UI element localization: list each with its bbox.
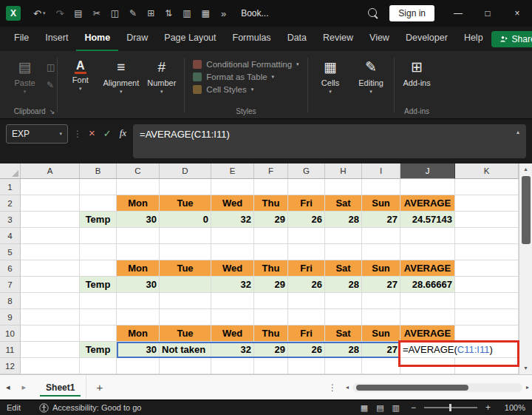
cell-B1[interactable] <box>80 179 117 195</box>
cell-I10[interactable]: Sun <box>362 325 400 342</box>
cell-A1[interactable] <box>21 179 80 195</box>
cell-B10[interactable] <box>80 325 117 342</box>
zoom-level[interactable]: 100% <box>499 403 525 412</box>
copy-button[interactable]: ◫ <box>47 62 55 72</box>
cell-F11[interactable]: 29 <box>254 342 288 358</box>
cell-A7[interactable] <box>21 277 80 293</box>
cell-F1[interactable] <box>254 179 288 195</box>
sheet-nav-right-icon[interactable]: ▸ <box>16 382 33 392</box>
cell-D1[interactable] <box>160 179 211 195</box>
cell-J7[interactable]: 28.66667 <box>400 277 455 293</box>
cell-H9[interactable] <box>325 309 362 325</box>
cell-C4[interactable] <box>117 228 160 244</box>
cell-A2[interactable] <box>21 195 80 212</box>
row-header-7[interactable]: 7 <box>0 277 21 293</box>
cell-I8[interactable] <box>362 293 400 309</box>
cell-K5[interactable] <box>455 244 519 260</box>
cell-C10[interactable]: Mon <box>117 325 160 342</box>
cell-D9[interactable] <box>160 309 211 325</box>
sheet-nav-left-icon[interactable]: ◂ <box>0 382 16 392</box>
cell-D2[interactable]: Tue <box>160 195 211 212</box>
zoom-out-button[interactable]: − <box>409 402 417 413</box>
column-header-E[interactable]: E <box>211 163 254 179</box>
horizontal-scrollbar[interactable]: ◂ ▸ <box>344 383 531 392</box>
cell-A9[interactable] <box>21 309 80 325</box>
cell-I2[interactable]: Sun <box>362 195 400 212</box>
cell-K1[interactable] <box>455 179 519 195</box>
cell-G11[interactable]: 26 <box>288 342 325 358</box>
excel-logo[interactable]: X <box>6 6 21 21</box>
cell-H11[interactable]: 28 <box>325 342 362 358</box>
horizontal-scroll-thumb[interactable] <box>356 385 468 391</box>
cell-A4[interactable] <box>21 228 80 244</box>
cell-H6[interactable]: Sat <box>325 260 362 277</box>
cell-E5[interactable] <box>211 244 254 260</box>
tab-developer[interactable]: Developer <box>398 27 456 51</box>
cell-K8[interactable] <box>455 293 519 309</box>
cell-F10[interactable]: Thu <box>254 325 288 342</box>
cell-E7[interactable]: 32 <box>211 277 254 293</box>
cell-J10[interactable]: AVERAGE <box>400 325 455 342</box>
cell-E10[interactable]: Wed <box>211 325 254 342</box>
cells-button[interactable]: ▦ Cells ▾ <box>310 53 351 118</box>
cut-icon[interactable]: ✂ <box>88 8 106 18</box>
tab-view[interactable]: View <box>361 27 398 51</box>
cell-G7[interactable]: 26 <box>288 277 325 293</box>
cell-F7[interactable]: 29 <box>254 277 288 293</box>
cell-E8[interactable] <box>211 293 254 309</box>
cell-G3[interactable]: 26 <box>288 212 325 228</box>
column-header-G[interactable]: G <box>288 163 325 179</box>
cell-D11[interactable]: Not taken <box>160 342 211 358</box>
cell-B2[interactable] <box>80 195 117 212</box>
cell-G9[interactable] <box>288 309 325 325</box>
cell-I3[interactable]: 27 <box>362 212 400 228</box>
cell-F3[interactable]: 29 <box>254 212 288 228</box>
cell-K3[interactable] <box>455 212 519 228</box>
cell-A5[interactable] <box>21 244 80 260</box>
copy-icon[interactable]: ◫ <box>106 8 124 18</box>
cell-B3[interactable]: Temp <box>80 212 117 228</box>
cell-H4[interactable] <box>325 228 362 244</box>
row-header-12[interactable]: 12 <box>0 358 21 374</box>
cell-B5[interactable] <box>80 244 117 260</box>
scroll-up-icon[interactable]: ▴ <box>522 165 528 174</box>
row-header-9[interactable]: 9 <box>0 309 21 325</box>
cell-B4[interactable] <box>80 228 117 244</box>
cell-C2[interactable]: Mon <box>117 195 160 212</box>
redo-button[interactable]: ↷ <box>50 8 69 19</box>
font-button[interactable]: A Font ▾ <box>60 53 100 118</box>
cell-I4[interactable] <box>362 228 400 244</box>
cell-I1[interactable] <box>362 179 400 195</box>
minimize-button[interactable]: — <box>443 0 473 27</box>
cell-F6[interactable]: Thu <box>254 260 288 277</box>
cell-D4[interactable] <box>160 228 211 244</box>
dialog-launcher-icon[interactable]: ↘ <box>50 108 55 115</box>
cell-B12[interactable] <box>80 358 117 374</box>
format-painter-icon[interactable]: ✎ <box>124 8 142 18</box>
cell-E4[interactable] <box>211 228 254 244</box>
cell-C11[interactable]: 30 <box>117 342 160 358</box>
cell-E9[interactable] <box>211 309 254 325</box>
cell-C8[interactable] <box>117 293 160 309</box>
scroll-down-icon[interactable]: ▾ <box>522 364 528 373</box>
cell-C5[interactable] <box>117 244 160 260</box>
row-header-10[interactable]: 10 <box>0 325 21 342</box>
column-header-F[interactable]: F <box>254 163 288 179</box>
cell-G10[interactable]: Fri <box>288 325 325 342</box>
cell-K7[interactable] <box>455 277 519 293</box>
cell-E6[interactable]: Wed <box>211 260 254 277</box>
cell-C1[interactable] <box>117 179 160 195</box>
cell-I7[interactable]: 27 <box>362 277 400 293</box>
cell-J6[interactable]: AVERAGE <box>400 260 455 277</box>
sign-in-button[interactable]: Sign in <box>389 5 434 21</box>
cell-E2[interactable]: Wed <box>211 195 254 212</box>
row-header-6[interactable]: 6 <box>0 260 21 277</box>
cell-B8[interactable] <box>80 293 117 309</box>
insert-function-icon[interactable]: fx <box>118 127 128 139</box>
cell-A8[interactable] <box>21 293 80 309</box>
page-layout-view-icon[interactable]: ▤ <box>376 403 383 413</box>
cell-K10[interactable] <box>455 325 519 342</box>
cell-C12[interactable] <box>117 358 160 374</box>
styles-item-format-as-table[interactable]: Format as Table▾ <box>193 72 274 81</box>
zoom-slider[interactable] <box>424 407 477 408</box>
